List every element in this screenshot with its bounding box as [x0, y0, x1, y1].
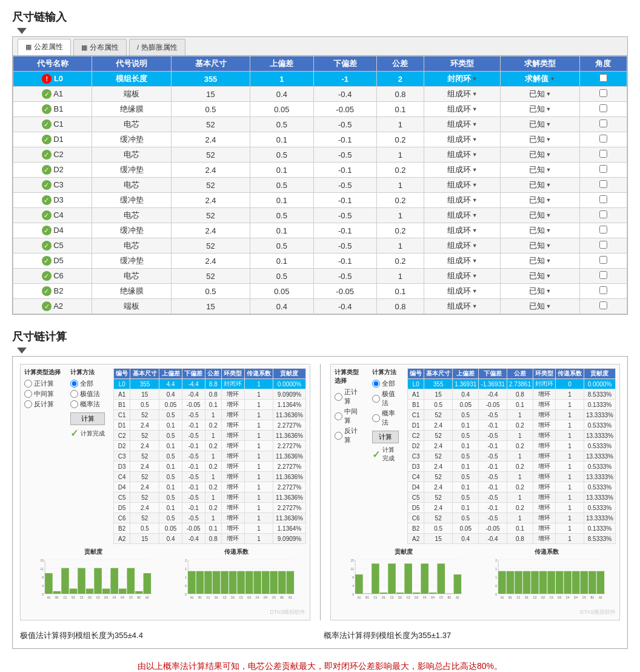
cell-angle[interactable]: [579, 254, 627, 269]
calc-type-label-prob: 计算类型选择: [335, 368, 362, 385]
cell-angle[interactable]: [579, 178, 627, 193]
ring-dropdown-arrow[interactable]: ▼: [472, 243, 478, 249]
cell-upper: 0.05: [250, 284, 313, 299]
ring-dropdown-arrow[interactable]: ▼: [472, 167, 478, 173]
ring-dropdown-arrow[interactable]: ▼: [472, 212, 478, 218]
calc-type-col-extreme: 计算类型选择 正计算 中间算 反计算: [24, 368, 61, 409]
solve-dropdown-arrow[interactable]: ▼: [546, 227, 552, 234]
checkmark-extreme: ✓: [70, 428, 78, 439]
radio-middle-extreme[interactable]: 中间算: [24, 389, 61, 398]
cell-angle[interactable]: [579, 208, 627, 223]
tab-thermal[interactable]: / 热膨胀属性: [129, 39, 185, 55]
solve-dropdown-arrow[interactable]: ▼: [546, 212, 552, 218]
col-upper: 上偏差: [250, 56, 313, 72]
cell-angle[interactable]: [579, 102, 627, 117]
solve-dropdown-arrow[interactable]: ▼: [546, 182, 552, 188]
cell-code: ✓ B2: [13, 284, 92, 299]
tab-tolerance[interactable]: ▦ 公差属性: [18, 39, 71, 55]
svg-text:0: 0: [42, 593, 44, 596]
svg-text:D1: D1: [525, 596, 528, 599]
radio-positive-extreme[interactable]: 正计算: [24, 379, 61, 388]
ring-dropdown-arrow[interactable]: ▼: [472, 258, 478, 264]
solve-dropdown-arrow[interactable]: ▼: [546, 121, 552, 127]
ok-icon: ✓: [42, 135, 52, 144]
radio-extreme-prob[interactable]: 极值法: [372, 389, 399, 408]
calc-type-label-extreme: 计算类型选择: [24, 368, 61, 377]
cell-angle[interactable]: [579, 284, 627, 299]
cell-angle[interactable]: [579, 87, 627, 102]
svg-text:C3: C3: [406, 596, 410, 599]
svg-text:D3: D3: [104, 596, 108, 599]
ring-dropdown-arrow[interactable]: ▼: [472, 106, 478, 112]
ring-dropdown-arrow[interactable]: ▼: [472, 303, 478, 309]
radio-reverse-prob[interactable]: 反计算: [335, 426, 362, 445]
cell-angle[interactable]: [579, 193, 627, 208]
cell-code: ✓ C3: [13, 178, 92, 193]
cell-angle[interactable]: [579, 132, 627, 147]
cell-basic: 2.4: [171, 223, 250, 238]
cell-angle[interactable]: [579, 223, 627, 238]
radio-reverse-extreme[interactable]: 反计算: [24, 400, 61, 409]
cell-desc: 端板: [92, 299, 171, 314]
cell-angle[interactable]: [579, 72, 627, 87]
calc-button-prob[interactable]: 计算: [372, 431, 399, 443]
radio-positive-prob[interactable]: 正计算: [335, 388, 362, 406]
solve-dropdown-arrow[interactable]: ▼: [546, 303, 552, 309]
calc-controls-prob: 计算类型选择 正计算 中间算 反计算 计算方法 全部 极值法 概率法 计算 ✓ …: [335, 368, 616, 544]
radio-prob-prob[interactable]: 概率法: [372, 409, 399, 427]
solve-dropdown-arrow[interactable]: ▼: [546, 167, 552, 173]
svg-text:1: 1: [495, 567, 497, 571]
ring-dropdown-arrow[interactable]: ▼: [472, 288, 478, 294]
solve-dropdown-arrow[interactable]: ▼: [546, 152, 552, 158]
svg-text:C1: C1: [207, 596, 210, 599]
solve-dropdown-arrow[interactable]: ▼: [546, 288, 552, 294]
solve-dropdown-arrow[interactable]: ▼: [546, 197, 552, 203]
svg-text:8: 8: [42, 576, 44, 579]
ring-dropdown-arrow[interactable]: ▼: [472, 121, 478, 127]
cell-solve-type: 已知▼: [501, 147, 579, 163]
radio-all-extreme[interactable]: 全部: [70, 379, 105, 388]
contrib-svg-extreme: 0481115A1B1C1D1C2D2C3D3C4D4C5B2A2: [24, 557, 162, 606]
cell-solve-type: 已知▼: [501, 269, 579, 284]
ring-dropdown-arrow[interactable]: ▼: [472, 182, 478, 188]
ring-dropdown-arrow[interactable]: ▼: [472, 197, 478, 203]
cell-tol: 1: [376, 147, 424, 163]
ring-dropdown-arrow[interactable]: ▼: [472, 91, 478, 97]
solve-dropdown-arrow[interactable]: ▼: [546, 273, 552, 279]
cell-lower: -0.4: [313, 87, 376, 102]
solve-dropdown-arrow[interactable]: ▼: [546, 258, 552, 264]
radio-all-prob[interactable]: 全部: [372, 379, 399, 388]
solve-dropdown-arrow[interactable]: ▼: [546, 243, 552, 249]
solve-dropdown-arrow[interactable]: ▼: [546, 136, 552, 143]
svg-rect-126: [498, 571, 506, 594]
cell-lower: -1: [313, 72, 376, 87]
tab-distribution[interactable]: ▦ 分布属性: [73, 39, 127, 55]
cell-angle[interactable]: [579, 269, 627, 284]
cell-angle[interactable]: [579, 147, 627, 163]
ring-dropdown-arrow[interactable]: ▼: [472, 76, 478, 82]
cell-lower: -0.5: [313, 147, 376, 163]
radio-prob-extreme[interactable]: 概率法: [70, 400, 105, 409]
cell-angle[interactable]: [579, 238, 627, 254]
cell-angle[interactable]: [579, 117, 627, 132]
cell-angle[interactable]: [579, 163, 627, 178]
solve-dropdown-arrow[interactable]: ▼: [550, 76, 555, 82]
radio-middle-prob[interactable]: 中间算: [335, 407, 362, 425]
solve-dropdown-arrow[interactable]: ▼: [546, 106, 552, 112]
cell-tol: 0.2: [376, 254, 424, 269]
cell-angle[interactable]: [579, 299, 627, 314]
ring-dropdown-arrow[interactable]: ▼: [472, 227, 478, 234]
ring-dropdown-arrow[interactable]: ▼: [472, 273, 478, 279]
calc-button-extreme[interactable]: 计算: [70, 412, 105, 425]
solve-dropdown-arrow[interactable]: ▼: [546, 91, 552, 97]
ring-dropdown-arrow[interactable]: ▼: [472, 136, 478, 143]
radio-extreme-extreme[interactable]: 极值法: [70, 389, 105, 398]
mini-table-row: D42.40.1-0.10.2增环12.2727%: [114, 482, 306, 492]
cell-lower: -0.05: [313, 284, 376, 299]
cell-tol: 0.1: [376, 284, 424, 299]
contrib-chart-extreme: 贡献度 0481115A1B1C1D1C2D2C3D3C4D4C5B2A2: [24, 548, 162, 607]
cell-basic: 2.4: [171, 193, 250, 208]
coeff-svg-extreme: 00112A1B1C1D1C2D2C3D3C4D4C5B2A2: [167, 557, 305, 606]
ring-dropdown-arrow[interactable]: ▼: [472, 152, 478, 158]
svg-text:D2: D2: [231, 596, 235, 599]
